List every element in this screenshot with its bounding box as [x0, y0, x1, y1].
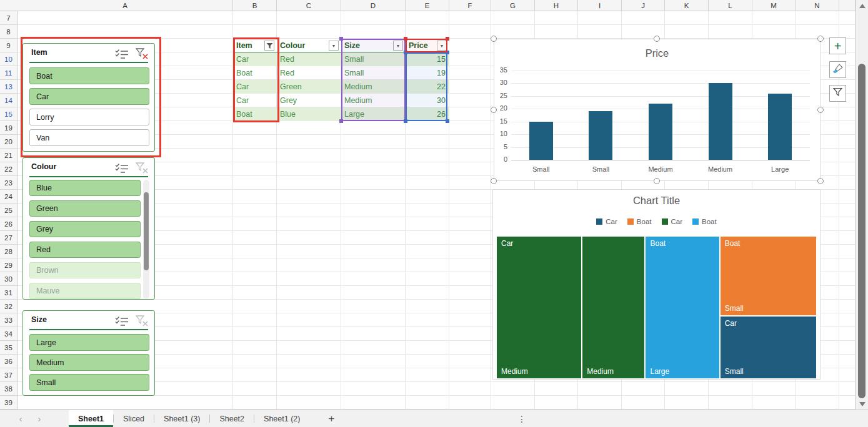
row-header-13[interactable]: 13 — [0, 80, 17, 94]
scroll-down-icon[interactable] — [859, 402, 866, 406]
treemap-column: Medium — [582, 237, 644, 378]
slicer-item-blue[interactable]: Blue — [29, 180, 141, 196]
row-header-14[interactable]: 14 — [0, 94, 17, 107]
row-header-32[interactable]: 32 — [0, 300, 17, 313]
sheet-tab-sliced[interactable]: Sliced — [114, 410, 154, 427]
slicer-item-mauve[interactable]: Mauve — [29, 283, 141, 299]
sheet-tab-sheet1[interactable]: Sheet1 — [69, 410, 113, 427]
sheet-tab-sheet2[interactable]: Sheet2 — [210, 410, 254, 427]
chart-selection-handle[interactable] — [817, 36, 824, 42]
sheet-tab-sheet1-2-[interactable]: Sheet1 (2) — [254, 410, 309, 427]
column-header-C[interactable]: C — [277, 0, 341, 11]
row-header-23[interactable]: 23 — [0, 176, 17, 190]
table-cell[interactable]: Blue — [277, 107, 341, 121]
column-header-G[interactable]: G — [491, 0, 535, 11]
column-header-K[interactable]: K — [665, 0, 709, 11]
row-header-33[interactable]: 33 — [0, 313, 17, 327]
row-header-15[interactable]: 15 — [0, 107, 17, 121]
legend-swatch — [692, 218, 699, 225]
column-header-E[interactable]: E — [406, 0, 449, 11]
scroll-up-icon[interactable] — [859, 4, 866, 8]
slicer-item-small[interactable]: Small — [29, 374, 149, 391]
chart-elements-button[interactable]: + — [829, 37, 846, 54]
kebab-icon[interactable]: ⋮ — [517, 410, 526, 427]
chart-selection-handle[interactable] — [654, 178, 660, 184]
row-header-35[interactable]: 35 — [0, 341, 17, 355]
vertical-scrollbar[interactable] — [856, 0, 868, 410]
chart-selection-handle[interactable] — [491, 178, 497, 184]
column-header-J[interactable]: J — [622, 0, 665, 11]
add-sheet-button[interactable]: + — [321, 410, 342, 427]
table-cell[interactable]: Red — [277, 52, 341, 66]
row-header-22[interactable]: 22 — [0, 162, 17, 176]
column-header-M[interactable]: M — [752, 0, 796, 11]
column-header-F[interactable]: F — [449, 0, 491, 11]
treemap-block-boat-small[interactable]: BoatSmall — [721, 237, 816, 315]
row-header-28[interactable]: 28 — [0, 245, 17, 258]
column-header-A[interactable]: A — [17, 0, 233, 11]
column-header-L[interactable]: L — [709, 0, 752, 11]
table-cell[interactable]: Grey — [277, 94, 341, 107]
slicer-item-medium[interactable]: Medium — [29, 354, 149, 371]
column-header-N[interactable]: N — [796, 0, 839, 11]
row-header-27[interactable]: 27 — [0, 231, 17, 245]
row-header-25[interactable]: 25 — [0, 204, 17, 217]
treemap-block-car-medium[interactable]: CarMedium — [497, 237, 581, 378]
row-header-26[interactable]: 26 — [0, 217, 17, 231]
slicer-item-brown[interactable]: Brown — [29, 262, 141, 278]
row-header-30[interactable]: 30 — [0, 272, 17, 286]
dropdown-button[interactable]: ▼ — [329, 41, 339, 51]
row-header-39[interactable]: 39 — [0, 396, 17, 410]
slicer-colour[interactable]: ColourBlueGreenGreyRedBrownMauve — [22, 157, 155, 300]
chart-selection-handle[interactable] — [817, 107, 824, 113]
row-header-9[interactable]: 9 — [0, 39, 17, 52]
row-header-11[interactable]: 11 — [0, 66, 17, 80]
row-header-8[interactable]: 8 — [0, 25, 17, 39]
row-header-20[interactable]: 20 — [0, 135, 17, 149]
chart-styles-button[interactable] — [829, 61, 846, 78]
column-header-B[interactable]: B — [233, 0, 277, 11]
chart-selection-handle[interactable] — [654, 36, 660, 42]
table-cell[interactable]: Green — [277, 80, 341, 94]
row-header-19[interactable]: 19 — [0, 121, 17, 135]
chart-gridline — [511, 96, 810, 97]
row-header-7[interactable]: 7 — [0, 11, 17, 25]
column-header-partial[interactable] — [839, 0, 856, 11]
row-header-38[interactable]: 38 — [0, 382, 17, 396]
clear-filter-icon[interactable] — [134, 314, 149, 328]
row-header-31[interactable]: 31 — [0, 286, 17, 300]
column-header-I[interactable]: I — [578, 0, 622, 11]
slicer-scrollbar-thumb[interactable] — [144, 192, 149, 270]
treemap-block-car-medium[interactable]: Medium — [582, 237, 644, 378]
sheet-tab-sheet1-3-[interactable]: Sheet1 (3) — [154, 410, 209, 427]
row-header-21[interactable]: 21 — [0, 149, 17, 162]
slicer-item-red[interactable]: Red — [29, 242, 141, 258]
slicer-item-green[interactable]: Green — [29, 200, 141, 217]
table-cell[interactable]: Red — [277, 66, 341, 80]
row-header-24[interactable]: 24 — [0, 190, 17, 204]
chart-selection-handle[interactable] — [817, 178, 824, 184]
chart-selection-handle[interactable] — [491, 107, 497, 113]
vertical-scrollbar-thumb[interactable] — [858, 64, 866, 398]
clear-filter-icon[interactable] — [134, 161, 149, 175]
row-header-34[interactable]: 34 — [0, 327, 17, 341]
prev-sheet-button[interactable]: ‹ — [12, 410, 29, 427]
multi-select-icon[interactable] — [114, 161, 129, 175]
chart-gridline — [511, 71, 810, 71]
bar-large-26 — [768, 94, 792, 160]
column-header-H[interactable]: H — [535, 0, 578, 11]
chart-selection-handle[interactable] — [491, 36, 497, 42]
slicer-item-grey[interactable]: Grey — [29, 221, 141, 237]
row-header-29[interactable]: 29 — [0, 258, 17, 272]
row-header-10[interactable]: 10 — [0, 52, 17, 66]
slicer-size[interactable]: SizeLargeMediumSmall — [22, 310, 155, 396]
chart-filters-button[interactable] — [829, 85, 846, 102]
row-header-37[interactable]: 37 — [0, 368, 17, 382]
treemap-block-boat-large[interactable]: BoatLarge — [646, 237, 719, 378]
column-header-D[interactable]: D — [341, 0, 406, 11]
row-header-36[interactable]: 36 — [0, 355, 17, 368]
next-sheet-button[interactable]: › — [31, 410, 47, 427]
slicer-item-large[interactable]: Large — [29, 334, 149, 351]
treemap-block-car-small[interactable]: CarSmall — [721, 317, 816, 378]
multi-select-icon[interactable] — [114, 314, 129, 328]
